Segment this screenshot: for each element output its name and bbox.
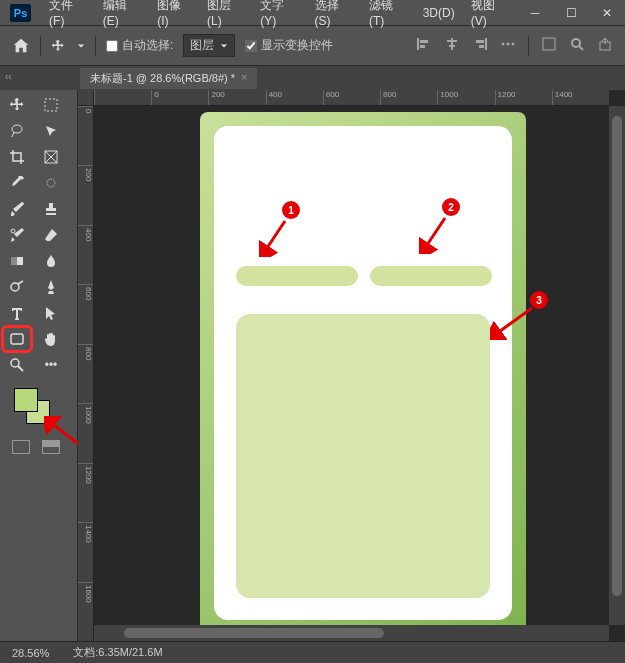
- crop-tool[interactable]: [4, 146, 30, 168]
- annotation-badge-2: 2: [442, 198, 460, 216]
- ruler-tick: 1000: [78, 403, 93, 462]
- menu-select[interactable]: 选择(S): [307, 0, 361, 32]
- blur-tool[interactable]: [38, 250, 64, 272]
- share-icon[interactable]: [597, 36, 613, 52]
- title-bar: Ps 文件(F) 编辑(E) 图像(I) 图层(L) 文字(Y) 选择(S) 滤…: [0, 0, 625, 26]
- dodge-tool[interactable]: [4, 276, 30, 298]
- marquee-tool[interactable]: [38, 94, 64, 116]
- history-brush-tool[interactable]: [4, 224, 30, 246]
- svg-point-25: [11, 283, 19, 291]
- svg-rect-3: [451, 38, 453, 50]
- document-tab[interactable]: 未标题-1 @ 28.6%(RGB/8#) * ×: [80, 68, 257, 89]
- status-bar: 28.56% 文档:6.35M/21.6M: [0, 641, 625, 663]
- pen-tool[interactable]: [38, 276, 64, 298]
- foreground-color-swatch[interactable]: [14, 388, 38, 412]
- svg-rect-4: [447, 40, 457, 42]
- align-center-icon[interactable]: [444, 36, 460, 52]
- stamp-tool[interactable]: [38, 198, 64, 220]
- scrollbar-thumb[interactable]: [612, 116, 622, 596]
- menu-file[interactable]: 文件(F): [41, 0, 95, 32]
- menu-filter[interactable]: 滤镜(T): [361, 0, 415, 32]
- more-icon[interactable]: [500, 36, 516, 52]
- chevron-down-icon: [220, 42, 228, 50]
- window-minimize-icon[interactable]: ─: [517, 0, 553, 26]
- healing-tool[interactable]: [38, 172, 64, 194]
- auto-select-checkbox[interactable]: 自动选择:: [106, 37, 173, 54]
- tab-title: 未标题-1 @ 28.6%(RGB/8#) *: [90, 71, 235, 86]
- ruler-tick: 800: [380, 90, 437, 105]
- ruler-corner: [78, 90, 94, 106]
- align-left-icon[interactable]: [416, 36, 432, 52]
- type-tool[interactable]: [4, 302, 30, 324]
- 3d-mode-icon[interactable]: [541, 36, 557, 52]
- tab-close-icon[interactable]: ×: [241, 71, 247, 86]
- svg-point-10: [507, 42, 510, 45]
- svg-point-9: [502, 42, 505, 45]
- transform-checkbox[interactable]: 显示变换控件: [245, 37, 333, 54]
- search-icon[interactable]: [569, 36, 585, 52]
- ruler-tick: 0: [78, 106, 93, 165]
- menu-type[interactable]: 文字(Y): [252, 0, 306, 32]
- hand-tool[interactable]: [38, 328, 64, 350]
- ruler-tick: 800: [78, 344, 93, 403]
- edit-toolbar-icon[interactable]: •••: [38, 354, 64, 376]
- move-tool-icon[interactable]: [51, 39, 65, 53]
- document-page: [200, 112, 526, 634]
- eraser-tool[interactable]: [38, 224, 64, 246]
- annotation-arrow: [490, 306, 536, 340]
- scrollbar-horizontal[interactable]: [94, 625, 609, 641]
- eyedropper-tool[interactable]: [4, 172, 30, 194]
- brush-tool[interactable]: [4, 198, 30, 220]
- auto-select-input[interactable]: [106, 40, 118, 52]
- svg-rect-0: [417, 38, 419, 50]
- transform-input[interactable]: [245, 40, 257, 52]
- svg-line-32: [425, 218, 445, 248]
- menu-view[interactable]: 视图(V): [463, 0, 517, 32]
- ruler-tick: 1000: [437, 90, 494, 105]
- auto-select-label: 自动选择:: [122, 37, 173, 54]
- svg-rect-12: [543, 38, 555, 50]
- window-controls: ─ ☐ ✕: [517, 0, 625, 26]
- svg-rect-5: [449, 45, 455, 47]
- svg-point-11: [512, 42, 515, 45]
- window-maximize-icon[interactable]: ☐: [553, 0, 589, 26]
- shape-tool[interactable]: [4, 328, 30, 350]
- svg-point-22: [11, 229, 15, 233]
- ruler-vertical[interactable]: 0 200 400 600 800 1000 1200 1400 1600: [78, 106, 94, 641]
- ruler-horizontal[interactable]: 0 200 400 600 800 1000 1200 1400: [94, 90, 609, 106]
- svg-rect-6: [485, 38, 487, 50]
- page-inner: [214, 126, 512, 620]
- move-tool[interactable]: [4, 94, 30, 116]
- zoom-tool[interactable]: [4, 354, 30, 376]
- svg-rect-7: [476, 40, 484, 43]
- canvas-viewport[interactable]: 1 2 3: [94, 106, 609, 625]
- scrollbar-vertical[interactable]: [609, 106, 625, 625]
- menu-3d[interactable]: 3D(D): [415, 2, 463, 24]
- status-docinfo[interactable]: 文档:6.35M/21.6M: [73, 645, 162, 660]
- svg-rect-24: [11, 257, 17, 265]
- auto-select-dropdown[interactable]: 图层: [183, 34, 235, 57]
- status-zoom[interactable]: 28.56%: [12, 647, 49, 659]
- chevron-down-icon[interactable]: [77, 42, 85, 50]
- divider: [40, 36, 41, 56]
- align-right-icon[interactable]: [472, 36, 488, 52]
- path-select-tool[interactable]: [38, 302, 64, 324]
- svg-line-26: [18, 281, 23, 284]
- svg-rect-21: [47, 179, 55, 187]
- menu-image[interactable]: 图像(I): [149, 0, 199, 32]
- menu-layer[interactable]: 图层(L): [199, 0, 252, 32]
- svg-point-17: [12, 125, 22, 133]
- scrollbar-thumb[interactable]: [124, 628, 384, 638]
- shape-pill-2: [370, 266, 492, 286]
- lasso-tool[interactable]: [4, 120, 30, 142]
- window-close-icon[interactable]: ✕: [589, 0, 625, 26]
- ruler-tick: 400: [78, 225, 93, 284]
- menu-edit[interactable]: 编辑(E): [95, 0, 149, 32]
- ruler-tick: 1600: [78, 582, 93, 641]
- quickselect-tool[interactable]: [38, 120, 64, 142]
- home-icon[interactable]: [12, 37, 30, 55]
- collapse-arrows-icon[interactable]: ‹‹: [5, 71, 12, 82]
- gradient-tool[interactable]: [4, 250, 30, 272]
- frame-tool[interactable]: [38, 146, 64, 168]
- quickmask-icon[interactable]: [12, 440, 30, 454]
